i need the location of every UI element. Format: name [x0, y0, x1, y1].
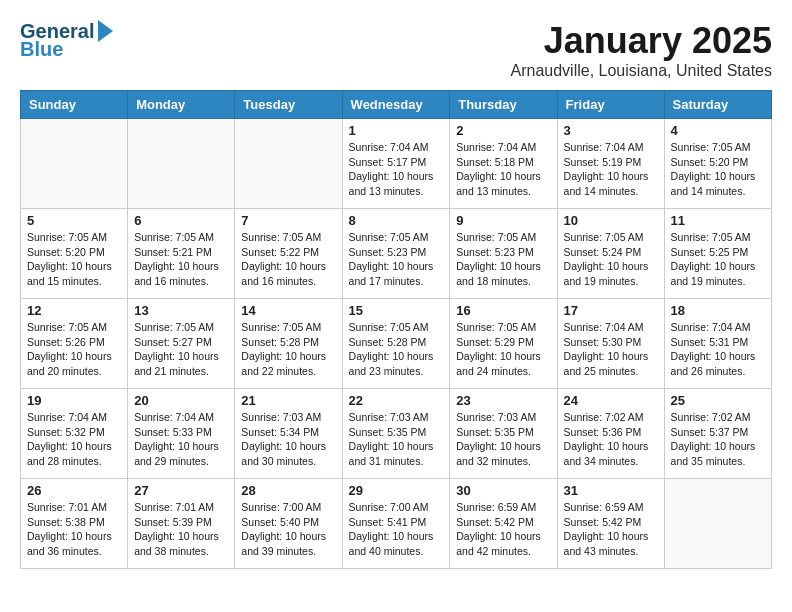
table-row: 16Sunrise: 7:05 AM Sunset: 5:29 PM Dayli…	[450, 299, 557, 389]
day-number: 2	[456, 123, 550, 138]
table-row: 25Sunrise: 7:02 AM Sunset: 5:37 PM Dayli…	[664, 389, 771, 479]
day-info: Sunrise: 7:04 AM Sunset: 5:31 PM Dayligh…	[671, 320, 765, 379]
table-row: 4Sunrise: 7:05 AM Sunset: 5:20 PM Daylig…	[664, 119, 771, 209]
day-number: 5	[27, 213, 121, 228]
day-number: 9	[456, 213, 550, 228]
day-info: Sunrise: 6:59 AM Sunset: 5:42 PM Dayligh…	[564, 500, 658, 559]
table-row: 15Sunrise: 7:05 AM Sunset: 5:28 PM Dayli…	[342, 299, 450, 389]
day-number: 11	[671, 213, 765, 228]
day-number: 26	[27, 483, 121, 498]
day-number: 17	[564, 303, 658, 318]
col-friday: Friday	[557, 91, 664, 119]
day-info: Sunrise: 7:04 AM Sunset: 5:17 PM Dayligh…	[349, 140, 444, 199]
day-number: 14	[241, 303, 335, 318]
logo-text-line2: Blue	[20, 38, 63, 60]
day-number: 20	[134, 393, 228, 408]
logo: General Blue	[20, 20, 113, 60]
table-row: 28Sunrise: 7:00 AM Sunset: 5:40 PM Dayli…	[235, 479, 342, 569]
day-number: 12	[27, 303, 121, 318]
calendar-week-row: 26Sunrise: 7:01 AM Sunset: 5:38 PM Dayli…	[21, 479, 772, 569]
title-section: January 2025 Arnaudville, Louisiana, Uni…	[511, 20, 773, 80]
day-number: 16	[456, 303, 550, 318]
day-number: 15	[349, 303, 444, 318]
table-row: 17Sunrise: 7:04 AM Sunset: 5:30 PM Dayli…	[557, 299, 664, 389]
table-row: 18Sunrise: 7:04 AM Sunset: 5:31 PM Dayli…	[664, 299, 771, 389]
day-number: 30	[456, 483, 550, 498]
day-number: 7	[241, 213, 335, 228]
month-title: January 2025	[511, 20, 773, 62]
col-wednesday: Wednesday	[342, 91, 450, 119]
day-info: Sunrise: 7:05 AM Sunset: 5:20 PM Dayligh…	[671, 140, 765, 199]
table-row: 5Sunrise: 7:05 AM Sunset: 5:20 PM Daylig…	[21, 209, 128, 299]
location-title: Arnaudville, Louisiana, United States	[511, 62, 773, 80]
table-row: 12Sunrise: 7:05 AM Sunset: 5:26 PM Dayli…	[21, 299, 128, 389]
table-row: 14Sunrise: 7:05 AM Sunset: 5:28 PM Dayli…	[235, 299, 342, 389]
day-info: Sunrise: 7:05 AM Sunset: 5:25 PM Dayligh…	[671, 230, 765, 289]
day-info: Sunrise: 6:59 AM Sunset: 5:42 PM Dayligh…	[456, 500, 550, 559]
day-number: 18	[671, 303, 765, 318]
table-row: 23Sunrise: 7:03 AM Sunset: 5:35 PM Dayli…	[450, 389, 557, 479]
table-row: 1Sunrise: 7:04 AM Sunset: 5:17 PM Daylig…	[342, 119, 450, 209]
table-row: 22Sunrise: 7:03 AM Sunset: 5:35 PM Dayli…	[342, 389, 450, 479]
day-info: Sunrise: 7:05 AM Sunset: 5:29 PM Dayligh…	[456, 320, 550, 379]
day-info: Sunrise: 7:02 AM Sunset: 5:37 PM Dayligh…	[671, 410, 765, 469]
table-row: 26Sunrise: 7:01 AM Sunset: 5:38 PM Dayli…	[21, 479, 128, 569]
day-info: Sunrise: 7:05 AM Sunset: 5:22 PM Dayligh…	[241, 230, 335, 289]
col-thursday: Thursday	[450, 91, 557, 119]
col-monday: Monday	[128, 91, 235, 119]
calendar-week-row: 19Sunrise: 7:04 AM Sunset: 5:32 PM Dayli…	[21, 389, 772, 479]
day-info: Sunrise: 7:04 AM Sunset: 5:30 PM Dayligh…	[564, 320, 658, 379]
table-row: 2Sunrise: 7:04 AM Sunset: 5:18 PM Daylig…	[450, 119, 557, 209]
day-number: 10	[564, 213, 658, 228]
day-info: Sunrise: 7:00 AM Sunset: 5:41 PM Dayligh…	[349, 500, 444, 559]
day-number: 28	[241, 483, 335, 498]
table-row: 31Sunrise: 6:59 AM Sunset: 5:42 PM Dayli…	[557, 479, 664, 569]
day-number: 27	[134, 483, 228, 498]
table-row: 7Sunrise: 7:05 AM Sunset: 5:22 PM Daylig…	[235, 209, 342, 299]
day-number: 25	[671, 393, 765, 408]
table-row: 19Sunrise: 7:04 AM Sunset: 5:32 PM Dayli…	[21, 389, 128, 479]
day-info: Sunrise: 7:05 AM Sunset: 5:28 PM Dayligh…	[241, 320, 335, 379]
day-info: Sunrise: 7:05 AM Sunset: 5:27 PM Dayligh…	[134, 320, 228, 379]
day-info: Sunrise: 7:01 AM Sunset: 5:38 PM Dayligh…	[27, 500, 121, 559]
day-info: Sunrise: 7:00 AM Sunset: 5:40 PM Dayligh…	[241, 500, 335, 559]
table-row: 20Sunrise: 7:04 AM Sunset: 5:33 PM Dayli…	[128, 389, 235, 479]
day-number: 4	[671, 123, 765, 138]
table-row: 6Sunrise: 7:05 AM Sunset: 5:21 PM Daylig…	[128, 209, 235, 299]
table-row	[21, 119, 128, 209]
page-header: General Blue January 2025 Arnaudville, L…	[20, 20, 772, 80]
day-number: 23	[456, 393, 550, 408]
day-info: Sunrise: 7:05 AM Sunset: 5:21 PM Dayligh…	[134, 230, 228, 289]
day-info: Sunrise: 7:05 AM Sunset: 5:26 PM Dayligh…	[27, 320, 121, 379]
table-row: 24Sunrise: 7:02 AM Sunset: 5:36 PM Dayli…	[557, 389, 664, 479]
table-row: 21Sunrise: 7:03 AM Sunset: 5:34 PM Dayli…	[235, 389, 342, 479]
table-row	[235, 119, 342, 209]
day-info: Sunrise: 7:03 AM Sunset: 5:35 PM Dayligh…	[456, 410, 550, 469]
day-info: Sunrise: 7:05 AM Sunset: 5:23 PM Dayligh…	[456, 230, 550, 289]
day-info: Sunrise: 7:04 AM Sunset: 5:32 PM Dayligh…	[27, 410, 121, 469]
table-row: 3Sunrise: 7:04 AM Sunset: 5:19 PM Daylig…	[557, 119, 664, 209]
day-info: Sunrise: 7:05 AM Sunset: 5:20 PM Dayligh…	[27, 230, 121, 289]
day-info: Sunrise: 7:03 AM Sunset: 5:34 PM Dayligh…	[241, 410, 335, 469]
day-number: 21	[241, 393, 335, 408]
day-number: 6	[134, 213, 228, 228]
day-number: 31	[564, 483, 658, 498]
table-row	[128, 119, 235, 209]
day-info: Sunrise: 7:05 AM Sunset: 5:23 PM Dayligh…	[349, 230, 444, 289]
day-info: Sunrise: 7:02 AM Sunset: 5:36 PM Dayligh…	[564, 410, 658, 469]
day-info: Sunrise: 7:05 AM Sunset: 5:28 PM Dayligh…	[349, 320, 444, 379]
calendar-week-row: 1Sunrise: 7:04 AM Sunset: 5:17 PM Daylig…	[21, 119, 772, 209]
day-number: 19	[27, 393, 121, 408]
table-row: 10Sunrise: 7:05 AM Sunset: 5:24 PM Dayli…	[557, 209, 664, 299]
day-number: 22	[349, 393, 444, 408]
day-number: 8	[349, 213, 444, 228]
table-row: 9Sunrise: 7:05 AM Sunset: 5:23 PM Daylig…	[450, 209, 557, 299]
table-row	[664, 479, 771, 569]
day-number: 3	[564, 123, 658, 138]
day-number: 24	[564, 393, 658, 408]
day-info: Sunrise: 7:04 AM Sunset: 5:33 PM Dayligh…	[134, 410, 228, 469]
table-row: 27Sunrise: 7:01 AM Sunset: 5:39 PM Dayli…	[128, 479, 235, 569]
col-saturday: Saturday	[664, 91, 771, 119]
calendar-table: Sunday Monday Tuesday Wednesday Thursday…	[20, 90, 772, 569]
day-number: 29	[349, 483, 444, 498]
